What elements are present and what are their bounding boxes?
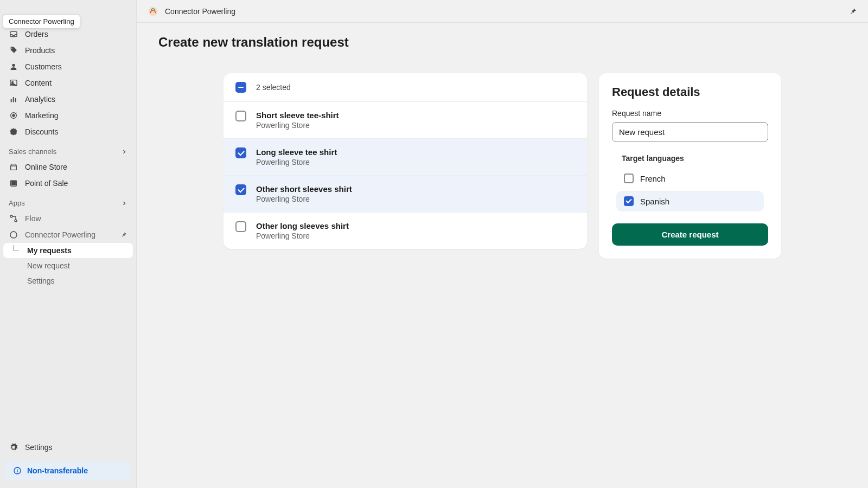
svg-point-16	[10, 232, 17, 238]
product-row[interactable]: Other short sleeves shirt Powerling Stor…	[224, 176, 587, 213]
svg-rect-6	[15, 98, 16, 102]
language-label: French	[640, 174, 666, 183]
nav-connector-powerling[interactable]: Connector Powerling	[0, 227, 136, 243]
nav-label: Connector Powerling	[25, 230, 95, 239]
target-languages-label: Target languages	[622, 154, 768, 163]
nav-label: Point of Sale	[25, 179, 68, 188]
flow-icon	[9, 214, 18, 223]
svg-rect-11	[12, 182, 14, 183]
product-row[interactable]: Other long sleeves shirt Powerling Store	[224, 213, 587, 249]
svg-point-8	[12, 114, 15, 117]
products-header: 2 selected	[224, 73, 587, 102]
product-checkbox[interactable]	[235, 184, 246, 195]
create-request-button[interactable]: Create request	[612, 223, 768, 246]
pin-icon[interactable]	[848, 7, 857, 16]
chevron-right-icon	[121, 200, 127, 207]
tooltip: Connector Powerling	[3, 14, 80, 29]
section-apps[interactable]: Apps	[0, 191, 136, 210]
product-row[interactable]: Short sleeve tee-shirt Powerling Store	[224, 102, 587, 139]
language-checkbox[interactable]	[624, 174, 634, 183]
main: Connector Powerling Create new translati…	[137, 0, 868, 488]
language-label: Spanish	[640, 197, 669, 206]
sub-settings[interactable]: Settings	[3, 273, 133, 288]
section-label: Apps	[9, 199, 25, 207]
product-name: Other long sleeves shirt	[256, 221, 349, 230]
product-name: Other short sleeves shirt	[256, 184, 352, 194]
svg-rect-4	[11, 99, 12, 102]
svg-point-15	[15, 220, 17, 222]
section-sales-channels[interactable]: Sales channels	[0, 140, 136, 159]
nav-label: Content	[25, 79, 52, 87]
nav-label: Customers	[25, 62, 62, 71]
product-store: Powerling Store	[256, 195, 352, 203]
target-icon	[9, 111, 18, 120]
nav-label: Discounts	[25, 127, 58, 136]
nav-label: Flow	[25, 214, 41, 223]
image-icon	[9, 78, 18, 88]
user-icon	[9, 62, 18, 72]
select-all-checkbox[interactable]	[235, 82, 246, 93]
language-row[interactable]: French	[616, 168, 764, 189]
products-card: 2 selected Short sleeve tee-shirt Powerl…	[224, 73, 587, 249]
nav-discounts[interactable]: Discounts	[0, 124, 136, 140]
info-icon	[13, 466, 22, 475]
nav-analytics[interactable]: Analytics	[0, 91, 136, 107]
request-name-label: Request name	[612, 109, 768, 118]
gear-icon	[9, 442, 18, 452]
pos-icon	[9, 178, 18, 188]
product-checkbox[interactable]	[235, 221, 246, 232]
svg-rect-9	[11, 166, 17, 170]
sidebar: Connector Powerling Home Orders Products…	[0, 0, 137, 488]
nav-label: Settings	[25, 443, 53, 452]
nav-label: Online Store	[25, 163, 67, 171]
page-title: Create new translation request	[137, 23, 868, 61]
product-checkbox[interactable]	[235, 147, 246, 158]
product-store: Powerling Store	[256, 121, 339, 130]
non-transferable-badge[interactable]: Non-transferable	[5, 461, 131, 480]
svg-rect-5	[13, 97, 14, 102]
section-label: Sales channels	[9, 147, 56, 156]
sub-new-request[interactable]: New request	[3, 258, 133, 273]
nav-label: Products	[25, 46, 55, 55]
discount-icon	[9, 127, 18, 137]
nav-content[interactable]: Content	[0, 75, 136, 91]
app-icon	[9, 230, 18, 240]
svg-point-14	[10, 215, 12, 217]
product-store: Powerling Store	[256, 158, 337, 166]
app-submenu: My requests New request Settings	[0, 243, 136, 288]
nav-products[interactable]: Products	[0, 42, 136, 59]
nav-flow[interactable]: Flow	[0, 210, 136, 227]
details-title: Request details	[612, 85, 768, 99]
main-nav: Home Orders Products Customers Content A…	[0, 10, 136, 140]
store-icon	[9, 162, 18, 172]
inbox-icon	[9, 29, 18, 39]
badge-label: Non-transferable	[27, 466, 88, 475]
chart-icon	[9, 94, 18, 104]
product-store: Powerling Store	[256, 232, 349, 240]
tag-icon	[9, 46, 18, 55]
sub-my-requests[interactable]: My requests	[3, 243, 133, 258]
selected-count: 2 selected	[256, 83, 291, 92]
product-checkbox[interactable]	[235, 111, 246, 121]
pin-icon[interactable]	[120, 231, 127, 239]
svg-rect-13	[12, 184, 16, 185]
product-row[interactable]: Long sleeve tee shirt Powerling Store	[224, 139, 587, 176]
nav-settings[interactable]: Settings	[0, 439, 136, 455]
nav-label: Marketing	[25, 111, 58, 120]
app-title: Connector Powerling	[165, 7, 235, 16]
nav-marketing[interactable]: Marketing	[0, 107, 136, 124]
nav-label: Orders	[25, 30, 48, 38]
language-checkbox[interactable]	[624, 196, 634, 206]
nav-pos[interactable]: Point of Sale	[0, 175, 136, 191]
app-logo-icon	[148, 6, 158, 17]
language-row[interactable]: Spanish	[616, 191, 764, 211]
nav-customers[interactable]: Customers	[0, 59, 136, 75]
chevron-right-icon	[121, 149, 127, 155]
product-name: Long sleeve tee shirt	[256, 147, 337, 157]
product-name: Short sleeve tee-shirt	[256, 111, 339, 120]
details-card: Request details Request name Target lang…	[599, 73, 781, 259]
request-name-input[interactable]	[612, 122, 768, 142]
nav-label: Analytics	[25, 95, 55, 104]
svg-point-1	[12, 64, 15, 67]
nav-online-store[interactable]: Online Store	[0, 159, 136, 175]
